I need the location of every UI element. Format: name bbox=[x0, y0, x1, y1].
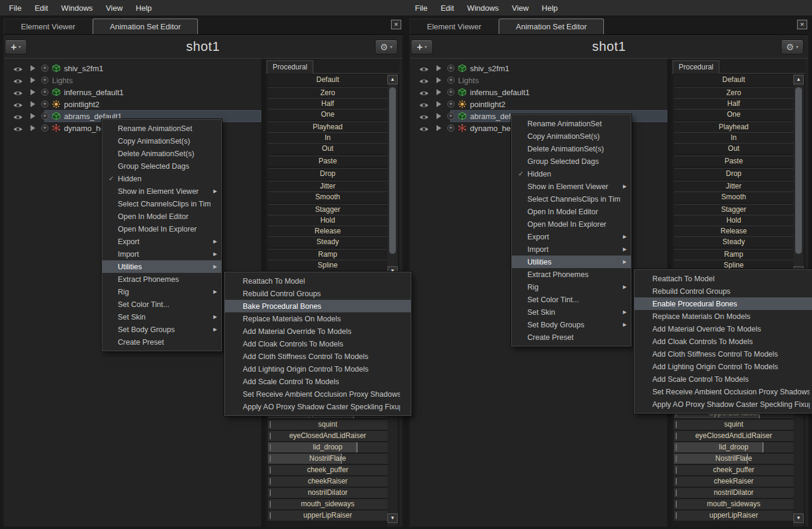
preset-button[interactable]: Smooth bbox=[268, 191, 387, 202]
preset-button[interactable]: Steady bbox=[268, 236, 387, 247]
preset-button[interactable]: Zero bbox=[268, 87, 387, 98]
scroll-up-icon[interactable]: ▲ bbox=[793, 75, 804, 84]
menu-item[interactable]: Show in Element Viewer bbox=[512, 180, 631, 193]
menu-item[interactable]: Apply AO Proxy Shadow Caster Speckling F… bbox=[634, 398, 812, 411]
menu-item[interactable]: Rename AnimationSet bbox=[512, 117, 631, 130]
preset-button[interactable]: One bbox=[674, 109, 793, 120]
slider-row[interactable]: squint bbox=[674, 419, 793, 430]
menu-item[interactable]: Add Lighting Origin Control To Models bbox=[634, 360, 812, 373]
menu-item[interactable]: Delete AnimationSet(s) bbox=[102, 147, 221, 160]
tree-row[interactable]: Lights bbox=[5, 74, 261, 86]
preset-button[interactable]: Ramp bbox=[674, 249, 793, 260]
menu-item[interactable]: Hidden bbox=[512, 168, 631, 180]
play-arrow-icon[interactable] bbox=[436, 77, 441, 83]
preset-button[interactable]: Zero bbox=[674, 87, 793, 98]
eye-icon[interactable] bbox=[419, 101, 429, 108]
menubar-item[interactable]: View bbox=[99, 1, 129, 16]
slider-row[interactable]: lid_droop bbox=[674, 442, 793, 452]
menu-item[interactable]: Add Cloak Controls To Models bbox=[634, 335, 812, 348]
menu-item[interactable]: Utilities bbox=[512, 256, 631, 268]
slider-row[interactable]: upperLipRaiser bbox=[268, 510, 387, 521]
preset-button[interactable]: Hold bbox=[674, 215, 793, 226]
play-arrow-icon[interactable] bbox=[30, 65, 35, 71]
expand-icon[interactable] bbox=[41, 101, 48, 108]
expand-icon[interactable] bbox=[447, 124, 454, 132]
slider-row[interactable]: NostrilFlare bbox=[268, 453, 387, 464]
menu-item[interactable]: Rename AnimationSet bbox=[102, 122, 221, 135]
menu-item[interactable]: Copy AnimationSet(s) bbox=[102, 135, 221, 147]
play-arrow-icon[interactable] bbox=[30, 125, 35, 131]
preset-button[interactable]: Release bbox=[674, 226, 793, 236]
menubar-item[interactable]: File bbox=[408, 1, 434, 16]
procedural-tab[interactable]: Procedural bbox=[673, 60, 719, 74]
menu-item[interactable]: Add Cloak Controls To Models bbox=[225, 338, 411, 350]
tree-row[interactable]: shiv_s2fm1 bbox=[411, 62, 667, 74]
procedural-tab[interactable]: Procedural bbox=[267, 60, 313, 74]
scroll-down-icon[interactable]: ▼ bbox=[793, 513, 804, 523]
preset-button[interactable]: Ramp bbox=[268, 249, 387, 260]
play-arrow-icon[interactable] bbox=[30, 77, 35, 83]
play-arrow-icon[interactable] bbox=[436, 65, 441, 71]
menubar-item[interactable]: Windows bbox=[54, 1, 99, 16]
slider-row[interactable]: cheekRaiser bbox=[268, 476, 387, 487]
tab[interactable]: Animation Set Editor bbox=[93, 19, 199, 34]
menu-item[interactable]: Add Cloth Stiffness Control To Models bbox=[225, 350, 411, 363]
eye-icon[interactable] bbox=[419, 113, 429, 120]
tree-row[interactable]: Lights bbox=[411, 74, 667, 86]
slider-row[interactable]: NostrilFlare bbox=[674, 453, 793, 464]
slider-row[interactable]: cheek_puffer bbox=[674, 464, 793, 475]
eye-icon[interactable] bbox=[419, 124, 429, 132]
expand-icon[interactable] bbox=[41, 89, 48, 96]
preset-button[interactable]: Playhead bbox=[674, 121, 793, 132]
menu-item[interactable]: Open Model In Explorer bbox=[102, 223, 221, 235]
menu-item[interactable]: Add Cloth Stiffness Control To Models bbox=[634, 348, 812, 360]
expand-icon[interactable] bbox=[447, 77, 454, 84]
menubar-item[interactable]: Help bbox=[129, 1, 158, 16]
preset-button[interactable]: One bbox=[268, 109, 387, 120]
preset-button[interactable]: Playhead bbox=[268, 121, 387, 132]
preset-button[interactable]: Half bbox=[674, 98, 793, 109]
menu-item[interactable]: Group Selected Dags bbox=[102, 160, 221, 172]
slider-row[interactable]: nostrilDilator bbox=[674, 487, 793, 498]
menu-item[interactable]: Export bbox=[102, 235, 221, 248]
preset-button[interactable]: Out bbox=[674, 143, 793, 154]
play-arrow-icon[interactable] bbox=[30, 89, 35, 95]
slider-row[interactable]: lid_droop bbox=[268, 442, 387, 452]
preset-button[interactable]: Default bbox=[674, 75, 793, 86]
menu-item[interactable]: Reattach To Model bbox=[225, 275, 411, 287]
slider-row[interactable]: squint bbox=[268, 419, 387, 430]
eye-icon[interactable] bbox=[13, 77, 23, 84]
expand-icon[interactable] bbox=[447, 113, 454, 120]
slider-row[interactable]: mouth_sideways bbox=[674, 498, 793, 509]
close-icon[interactable]: ✕ bbox=[797, 20, 807, 29]
menu-item[interactable]: Bake Procedural Bones bbox=[225, 300, 411, 312]
menu-item[interactable]: Hidden bbox=[102, 172, 221, 185]
menu-item[interactable]: Set Skin bbox=[512, 306, 631, 318]
eye-icon[interactable] bbox=[13, 65, 23, 72]
scroll-up-icon[interactable]: ▲ bbox=[387, 75, 398, 84]
tab[interactable]: Element Viewer bbox=[4, 19, 93, 34]
slider-row[interactable]: upperLipRaiser bbox=[674, 510, 793, 521]
menu-item[interactable]: Add Scale Control To Models bbox=[225, 375, 411, 388]
slider-row[interactable]: eyeClosedAndLidRaiser bbox=[674, 430, 793, 441]
menu-item[interactable]: Apply AO Proxy Shadow Caster Speckling F… bbox=[225, 400, 411, 413]
tab[interactable]: Animation Set Editor bbox=[499, 19, 605, 34]
play-arrow-icon[interactable] bbox=[436, 101, 441, 107]
expand-icon[interactable] bbox=[447, 101, 454, 108]
menu-item[interactable]: Copy AnimationSet(s) bbox=[512, 130, 631, 142]
menu-item[interactable]: Open In Model Editor bbox=[102, 210, 221, 223]
menubar-item[interactable]: View bbox=[505, 1, 535, 16]
menu-item[interactable]: Extract Phonemes bbox=[102, 273, 221, 285]
preset-button[interactable]: Spline bbox=[268, 260, 387, 270]
preset-button[interactable]: Paste bbox=[268, 156, 387, 166]
menubar-item[interactable]: File bbox=[2, 1, 28, 16]
menu-item[interactable]: Rig bbox=[512, 281, 631, 293]
menu-item[interactable]: Set Receive Ambient Occlusion Proxy Shad… bbox=[225, 388, 411, 400]
menu-item[interactable]: Replace Materials On Models bbox=[634, 310, 812, 323]
eye-icon[interactable] bbox=[419, 65, 429, 72]
settings-button[interactable]: ⚙ ▾ bbox=[781, 39, 804, 54]
expand-icon[interactable] bbox=[447, 65, 454, 72]
menu-item[interactable]: Select ChannelsClips in Timeline bbox=[512, 193, 631, 205]
menu-item[interactable]: Export bbox=[512, 230, 631, 243]
menubar-item[interactable]: Windows bbox=[460, 1, 505, 16]
